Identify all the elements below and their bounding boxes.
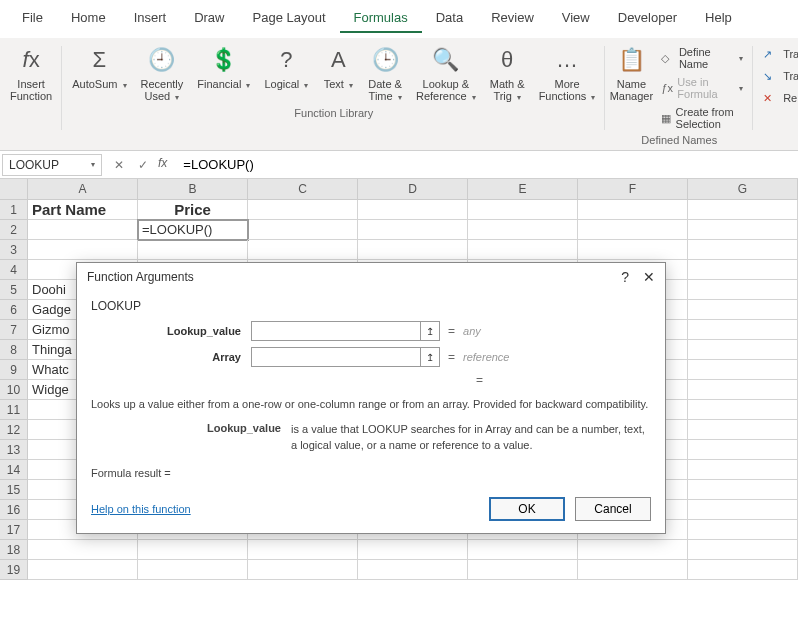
cell[interactable]: Part Name (28, 200, 138, 220)
cell[interactable] (468, 540, 578, 560)
collapse-dialog-icon[interactable]: ↥ (420, 321, 440, 341)
cell[interactable] (248, 220, 358, 240)
tab-insert[interactable]: Insert (120, 4, 181, 33)
column-header[interactable]: B (138, 179, 248, 199)
row-header[interactable]: 15 (0, 480, 28, 500)
date-time-button[interactable]: 🕒Date & Time ▾ (362, 42, 408, 105)
trace-dependents-button[interactable]: ↘ Tra (757, 66, 798, 86)
cell[interactable]: =LOOKUP() (138, 220, 248, 240)
insert-function-button[interactable]: fx Insert Function (4, 42, 58, 104)
cell[interactable] (688, 420, 798, 440)
cell[interactable] (248, 540, 358, 560)
cell[interactable] (468, 560, 578, 580)
cell[interactable] (688, 460, 798, 480)
column-header[interactable]: C (248, 179, 358, 199)
name-box[interactable]: LOOKUP ▾ (2, 154, 102, 176)
cancel-button[interactable]: Cancel (575, 497, 651, 521)
tab-review[interactable]: Review (477, 4, 548, 33)
row-header[interactable]: 18 (0, 540, 28, 560)
tab-home[interactable]: Home (57, 4, 120, 33)
array-input[interactable] (251, 347, 421, 367)
cell[interactable] (358, 240, 468, 260)
row-header[interactable]: 11 (0, 400, 28, 420)
column-header[interactable]: G (688, 179, 798, 199)
column-header[interactable]: D (358, 179, 468, 199)
ok-button[interactable]: OK (489, 497, 565, 521)
cell[interactable] (578, 220, 688, 240)
tab-view[interactable]: View (548, 4, 604, 33)
cell[interactable] (578, 560, 688, 580)
financial-button[interactable]: 💲Financial ▾ (191, 42, 256, 93)
row-header[interactable]: 16 (0, 500, 28, 520)
row-header[interactable]: 4 (0, 260, 28, 280)
cancel-formula-button[interactable]: ✕ (110, 156, 128, 174)
remove-arrows-button[interactable]: ✕ Ren (757, 88, 798, 108)
cell[interactable] (688, 340, 798, 360)
tab-developer[interactable]: Developer (604, 4, 691, 33)
text-button[interactable]: AText ▾ (316, 42, 360, 93)
lookup-reference-button[interactable]: 🔍Lookup & Reference ▾ (410, 42, 482, 105)
create-from-selection-button[interactable]: ▦ Create from Selection (655, 104, 749, 132)
cell[interactable] (688, 560, 798, 580)
column-header[interactable]: F (578, 179, 688, 199)
tab-file[interactable]: File (8, 4, 57, 33)
help-icon[interactable]: ? (621, 269, 629, 285)
tab-page-layout[interactable]: Page Layout (239, 4, 340, 33)
dialog-titlebar[interactable]: Function Arguments ? ✕ (77, 263, 665, 291)
row-header[interactable]: 17 (0, 520, 28, 540)
cell[interactable] (248, 560, 358, 580)
formula-input[interactable] (181, 155, 798, 174)
trace-precedents-button[interactable]: ↗ Tra (757, 44, 798, 64)
cell[interactable] (138, 240, 248, 260)
row-header[interactable]: 2 (0, 220, 28, 240)
logical-button[interactable]: ?Logical ▾ (258, 42, 314, 93)
cell[interactable] (468, 200, 578, 220)
cell[interactable] (578, 540, 688, 560)
math-trig-button[interactable]: θMath & Trig ▾ (484, 42, 531, 105)
cell[interactable] (248, 240, 358, 260)
collapse-dialog-icon[interactable]: ↥ (420, 347, 440, 367)
tab-data[interactable]: Data (422, 4, 477, 33)
row-header[interactable]: 6 (0, 300, 28, 320)
cell[interactable] (578, 200, 688, 220)
cell[interactable] (688, 200, 798, 220)
define-name-button[interactable]: ◇ Define Name ▾ (655, 44, 749, 72)
row-header[interactable]: 1 (0, 200, 28, 220)
cell[interactable] (688, 380, 798, 400)
cell[interactable] (468, 220, 578, 240)
cell[interactable] (138, 540, 248, 560)
cell[interactable] (578, 240, 688, 260)
cell[interactable] (688, 240, 798, 260)
autosum-button[interactable]: ΣAutoSum ▾ (66, 42, 132, 93)
more-functions-button[interactable]: …More Functions ▾ (533, 42, 602, 105)
cell[interactable] (28, 540, 138, 560)
select-all-corner[interactable] (0, 179, 28, 199)
cell[interactable] (28, 240, 138, 260)
row-header[interactable]: 10 (0, 380, 28, 400)
cell[interactable] (688, 260, 798, 280)
cell[interactable] (688, 300, 798, 320)
use-in-formula-button[interactable]: ƒx Use in Formula ▾ (655, 74, 749, 102)
cell[interactable] (28, 220, 138, 240)
row-header[interactable]: 8 (0, 340, 28, 360)
cell[interactable] (358, 560, 468, 580)
fx-icon[interactable]: fx (158, 156, 167, 174)
column-header[interactable]: E (468, 179, 578, 199)
help-link[interactable]: Help on this function (91, 503, 191, 515)
cell[interactable] (358, 220, 468, 240)
tab-help[interactable]: Help (691, 4, 746, 33)
cell[interactable] (28, 560, 138, 580)
cell[interactable] (138, 560, 248, 580)
recently-used-button[interactable]: 🕘Recently Used ▾ (135, 42, 190, 105)
cell[interactable] (688, 220, 798, 240)
cell[interactable] (688, 440, 798, 460)
row-header[interactable]: 13 (0, 440, 28, 460)
cell[interactable] (688, 400, 798, 420)
cell[interactable] (688, 500, 798, 520)
cell[interactable] (468, 240, 578, 260)
row-header[interactable]: 9 (0, 360, 28, 380)
tab-draw[interactable]: Draw (180, 4, 238, 33)
cell[interactable] (688, 520, 798, 540)
cell[interactable] (688, 540, 798, 560)
cell[interactable] (688, 320, 798, 340)
